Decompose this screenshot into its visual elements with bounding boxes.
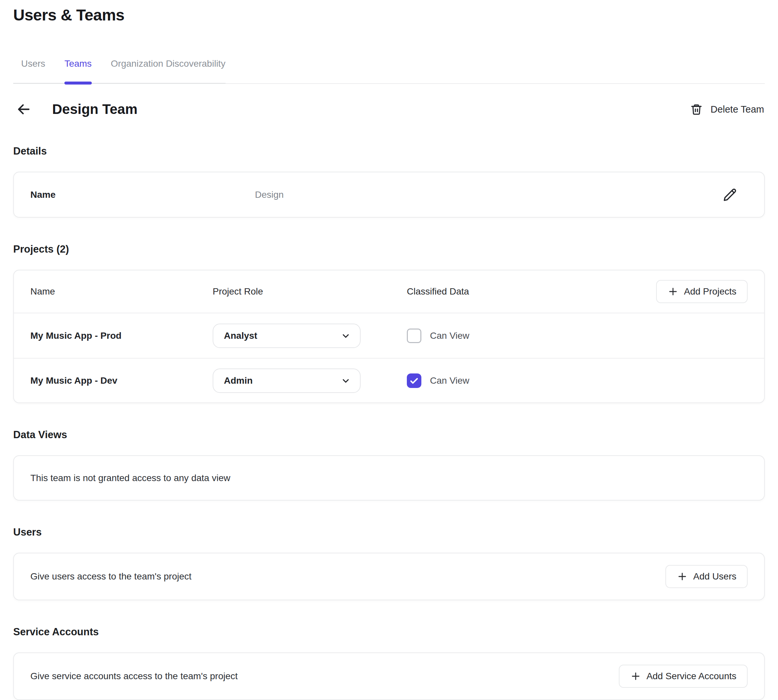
- tab-users[interactable]: Users: [21, 58, 45, 83]
- data-views-section: Data Views This team is not granted acce…: [13, 429, 765, 500]
- delete-team-label: Delete Team: [711, 104, 764, 115]
- projects-heading: Projects (2): [13, 243, 765, 255]
- plus-icon: [676, 571, 688, 582]
- can-view-checkbox[interactable]: [407, 373, 421, 388]
- users-teams-page: Users & Teams Users Teams Organization D…: [0, 0, 778, 700]
- project-role-value: Admin: [224, 375, 253, 386]
- pencil-icon: [723, 188, 737, 202]
- add-projects-label: Add Projects: [684, 286, 736, 297]
- edit-name-button[interactable]: [720, 185, 740, 205]
- plus-icon: [630, 671, 641, 682]
- project-row: My Music App - Prod Analyst: [14, 313, 764, 358]
- project-row: My Music App - Dev Admin Ca: [14, 358, 764, 402]
- can-view-checkbox[interactable]: [407, 328, 421, 343]
- team-header: Design Team Delete Team: [13, 99, 765, 120]
- details-card: Name Design: [13, 172, 765, 218]
- tab-teams-label: Teams: [64, 58, 92, 69]
- data-views-heading: Data Views: [13, 429, 765, 441]
- details-heading: Details: [13, 145, 765, 157]
- trash-icon: [690, 102, 703, 116]
- tab-bar: Users Teams Organization Discoverability: [13, 58, 765, 84]
- can-view-label: Can View: [430, 330, 469, 341]
- data-views-empty-text: This team is not granted access to any d…: [30, 473, 230, 483]
- service-accounts-section: Service Accounts Give service accounts a…: [13, 626, 765, 700]
- add-service-accounts-label: Add Service Accounts: [646, 671, 736, 682]
- data-views-card: This team is not granted access to any d…: [13, 455, 765, 500]
- add-service-accounts-button[interactable]: Add Service Accounts: [619, 665, 748, 688]
- column-header-name: Name: [30, 286, 213, 297]
- delete-team-button[interactable]: Delete Team: [689, 99, 765, 120]
- users-heading: Users: [13, 526, 765, 538]
- project-name: My Music App - Prod: [30, 330, 213, 341]
- name-field-label: Name: [30, 190, 255, 200]
- can-view-label: Can View: [430, 375, 469, 386]
- project-role-value: Analyst: [224, 330, 257, 341]
- users-card: Give users access to the team's project …: [13, 553, 765, 600]
- plus-icon: [667, 286, 679, 297]
- column-header-classified-data: Classified Data: [407, 286, 656, 297]
- tab-organization-discoverability-label: Organization Discoverability: [111, 58, 225, 69]
- projects-card: Name Project Role Classified Data Add Pr…: [13, 270, 765, 403]
- service-accounts-card: Give service accounts access to the team…: [13, 652, 765, 700]
- page-title: Users & Teams: [13, 6, 765, 24]
- column-header-project-role: Project Role: [213, 286, 407, 297]
- projects-table-header: Name Project Role Classified Data Add Pr…: [14, 270, 764, 313]
- add-users-label: Add Users: [693, 571, 736, 582]
- chevron-down-icon: [341, 331, 351, 341]
- chevron-down-icon: [341, 376, 351, 386]
- add-projects-button[interactable]: Add Projects: [656, 280, 748, 303]
- project-role-select[interactable]: Analyst: [213, 323, 361, 348]
- project-role-select[interactable]: Admin: [213, 368, 361, 393]
- users-empty-text: Give users access to the team's project: [30, 571, 192, 582]
- tab-teams[interactable]: Teams: [64, 58, 92, 83]
- back-button[interactable]: [15, 100, 33, 118]
- project-name: My Music App - Dev: [30, 375, 213, 386]
- service-accounts-empty-text: Give service accounts access to the team…: [30, 671, 238, 682]
- tab-users-label: Users: [21, 58, 45, 69]
- active-tab-indicator: [64, 82, 92, 85]
- projects-section: Projects (2) Name Project Role Classifie…: [13, 243, 765, 403]
- name-field-value: Design: [255, 190, 720, 200]
- users-section: Users Give users access to the team's pr…: [13, 526, 765, 600]
- details-section: Details Name Design: [13, 145, 765, 218]
- service-accounts-heading: Service Accounts: [13, 626, 765, 638]
- tab-organization-discoverability[interactable]: Organization Discoverability: [111, 58, 225, 83]
- team-title: Design Team: [52, 102, 137, 117]
- add-users-button[interactable]: Add Users: [665, 565, 748, 588]
- arrow-left-icon: [15, 101, 32, 118]
